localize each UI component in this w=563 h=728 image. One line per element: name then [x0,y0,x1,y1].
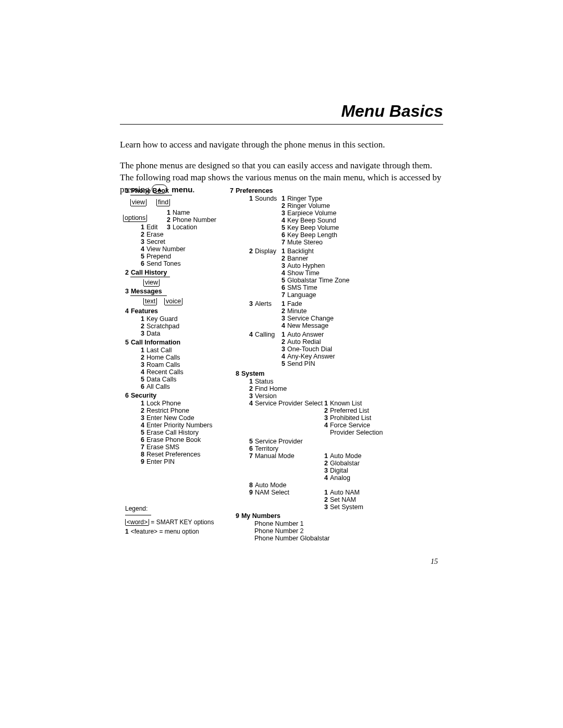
alr-newmsg: 4New Message [282,323,328,329]
section-call-information: 5Call Information [125,339,180,346]
smartkey-find: find [156,199,170,206]
pref-sounds: 1Sounds [249,195,277,202]
legend-line-1: <word> = SMART KEY options [125,519,214,526]
sys-manual: 7Manual Mode [249,453,295,460]
sys-version: 3Version [249,393,277,400]
nam-setsys: 3Set System [324,504,363,511]
dsp-banner: 2Banner [282,255,308,262]
call-sendpin: 5Send PIN [282,361,315,367]
dsp-autohyphen: 3Auto Hyphen [282,263,325,269]
call-autored: 2Auto Redial [282,339,321,346]
page-title: Menu Basics [120,102,443,125]
snd-ringer-vol: 2Ringer Volume [282,203,330,209]
dsp-gstz: 5Globalstar Time Zone [282,277,349,284]
sec-erasech: 5Erase Call History [141,429,199,436]
nam-auto: 1Auto NAM [324,489,360,496]
opt-erase: 2Erase [141,231,164,238]
sec-enterpin: 9Enter PIN [141,459,175,465]
sys-territory: 6Territory [249,446,278,452]
dsp-showtime: 4Show Time [282,270,320,277]
section-system: 8System [236,371,264,377]
snd-ringer-type: 1Ringer Type [282,195,322,202]
sec-restrict: 2Restrict Phone [141,408,189,414]
find-name: 1Name [167,209,190,216]
opt-edit: 1Edit [141,224,158,231]
find-phone: 2Phone Number [167,217,216,224]
alr-fade: 1Fade [282,301,302,307]
ci-recent: 4Recent Calls [141,369,183,376]
opt-sendtones: 6Send Tones [141,261,181,267]
feat-scratchpad: 2Scratchpad [141,323,179,330]
section-preferences: 7Preferences [230,188,273,194]
section-call-history: 2Call History [125,269,167,276]
snd-kb-sound: 4Key Beep Sound [282,217,336,224]
sec-erasepb: 6Erase Phone Book [141,437,201,443]
sys-status: 1Status [249,378,273,385]
ci-last: 1Last Call [141,347,172,354]
call-anykey: 4Any-Key Answer [282,353,335,360]
section-my-numbers: 9My Numbers [236,513,280,520]
sys-sp: 5Service Provider [249,438,303,445]
section-messages: 3Messages [125,288,162,295]
ci-all: 6All Calls [141,384,170,390]
myn-1: Phone Number 1 [254,521,304,527]
pref-calling: 4Calling [249,331,275,338]
mm-auto: 1Auto Mode [324,453,361,460]
call-autoans: 1Auto Answer [282,331,324,338]
sps-force-2: Provider Selection [330,429,383,436]
ci-roam: 3Roam Calls [141,362,180,368]
find-location: 3Location [167,224,197,231]
ci-data: 5Data Calls [141,376,177,383]
intro-para-1: Learn how to access and navigate through… [120,139,443,151]
intro-tail: . [192,184,194,194]
page-number: 15 [431,558,438,566]
sps-pref: 2Preferred List [324,408,369,414]
snd-kb-len: 6Key Beep Length [282,232,337,239]
sys-automode: 8Auto Mode [249,482,286,489]
sys-findhome: 2Find Home [249,386,287,392]
pref-alerts: 3Alerts [249,301,272,307]
section-security: 6Security [125,392,156,399]
alr-svcchg: 3Service Change [282,315,334,322]
feat-keyguard: 1Key Guard [141,316,178,323]
smartkey-view-history: view [143,279,160,287]
mm-digital: 3Digital [324,467,348,474]
opt-prepend: 5Prepend [141,253,171,260]
sec-lock: 1Lock Phone [141,400,181,407]
sec-newcode: 3Enter New Code [141,415,194,422]
sec-resetpref: 8Reset Preferences [141,451,200,458]
sps-force: 4Force Service [324,422,370,429]
menu-keyword: menu [172,185,192,194]
alr-minute: 2Minute [282,308,307,315]
myn-2: Phone Number 2 [254,528,304,535]
sec-priority: 4Enter Priority Numbers [141,422,212,429]
smartkey-options: options [123,215,147,222]
dsp-backlight: 1Backlight [282,248,314,255]
nam-set: 2Set NAM [324,497,356,503]
section-features: 4Features [125,308,158,315]
pref-display: 2Display [249,248,276,255]
smartkey-text: text [143,298,157,305]
snd-mute-stereo: 7Mute Stereo [282,239,323,246]
snd-kb-vol: 5Key Beep Volume [282,225,339,231]
legend-heading: Legend: [125,505,148,512]
opt-viewnum: 4View Number [141,246,186,253]
sec-erasesms: 7Erase SMS [141,444,179,451]
sps-known: 1Known List [324,400,362,407]
myn-gs: Phone Number Globalstar [254,535,330,542]
dsp-smstime: 6SMS Time [282,285,317,291]
smartkey-view: view [130,199,146,206]
mm-gstar: 2Globalstar [324,460,360,467]
dsp-language: 7Language [282,292,316,299]
section-phone-book: 1Phone Book [125,188,169,194]
feat-data: 3Data [141,330,160,337]
snd-earpiece-vol: 3Earpiece Volume [282,210,336,217]
smartkey-voice: voice [164,298,182,305]
call-onetouch: 3One-Touch Dial [282,346,332,353]
mm-analog: 4Analog [324,475,350,482]
opt-secret: 3Secret [141,239,165,245]
sys-namsel: 9NAM Select [249,489,289,496]
sps-proh: 3Prohibited List [324,415,371,422]
sys-sps: 4Service Provider Select [249,400,323,407]
ci-home: 2Home Calls [141,354,180,361]
